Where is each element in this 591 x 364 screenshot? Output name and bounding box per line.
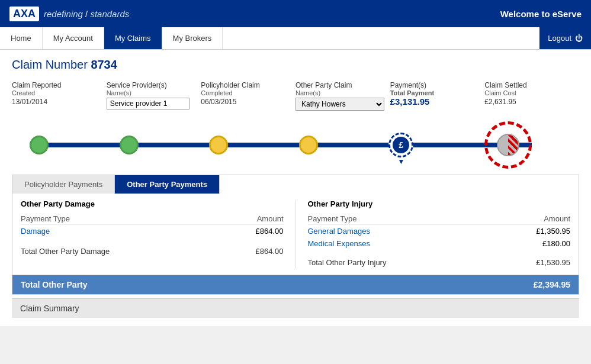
total-other-party-label: Total Other Party [21,280,88,289]
damage-total-amount: £864.00 [221,242,284,257]
timeline-node-4 [299,136,318,154]
claim-title: Claim Number 8734 [12,58,579,72]
payment-arrow: ▼ [397,157,404,166]
welcome-text: Welcome to eServe [500,9,582,19]
other-party-damage: Other Party Damage Payment Type Amount [21,199,296,269]
payment-sub: Total Payment [390,89,485,96]
power-icon: ⏻ [575,34,583,43]
total-bar: Total Other Party £2,394.95 [12,275,579,294]
policyholder-sub: Completed [201,89,296,96]
payments-cols: Other Party Damage Payment Type Amount [21,199,570,269]
page-content: Claim Number 8734 Claim Reported Created… [0,50,591,326]
nav-my-claims[interactable]: My Claims [104,27,162,49]
injury-row-1: General Damages £1,350.95 [308,225,571,238]
policyholder-date: 06/03/2015 [201,98,296,106]
payments-section: Policyholder Payments Other Party Paymen… [12,175,579,295]
injury-total-amount: £1,530.95 [491,253,570,269]
payments-body: Other Party Damage Payment Type Amount [12,194,579,275]
injury-row-2: Medical Expenses £180.00 [308,237,571,250]
axa-logo: AXA [9,7,39,21]
claim-info-row: Claim Reported Created 13/01/2014 Servic… [12,81,579,111]
timeline-node-3 [209,136,228,154]
header-tagline: redefining / standards [44,9,129,19]
injury-col1-header: Payment Type [308,213,491,225]
header: AXA redefining / standards Welcome to eS… [0,0,591,27]
damage-table: Payment Type Amount Damage £864.00 [21,213,284,257]
injury-total-row: Total Other Party Injury £1,530.95 [308,253,571,269]
provider-input[interactable] [107,98,189,109]
damage-col1-header: Payment Type [21,213,221,225]
damage-row-1: Damage £864.00 [21,225,284,238]
claim-reported-label: Claim Reported [12,81,107,89]
settled-sub: Claim Cost [484,89,579,96]
logo-area: AXA redefining / standards [9,7,129,21]
claim-reported-col: Claim Reported Created 13/01/2014 [12,81,107,111]
payment-label: Payment(s) [390,81,485,89]
injury-section-title: Other Party Injury [308,199,571,208]
timeline-node-2 [120,136,139,154]
timeline-node-settled [484,121,532,169]
payment-col: Payment(s) Total Payment £3,131.95 [390,81,485,111]
damage-type-1[interactable]: Damage [21,227,50,236]
injury-type-2[interactable]: Medical Expenses [308,239,371,248]
payments-tabs: Policyholder Payments Other Party Paymen… [12,175,579,194]
service-provider-col: Service Provider(s) Name(s) [107,81,201,111]
settled-col: Claim Settled Claim Cost £2,631.95 [484,81,579,111]
damage-total-label: Total Other Party Damage [21,242,221,257]
damage-col2-header: Amount [221,213,284,225]
damage-amount-1: £864.00 [221,225,284,238]
claim-reported-date: 13/01/2014 [12,98,107,106]
injury-total-label: Total Other Party Injury [308,253,491,269]
tab-other-party-payments[interactable]: Other Party Payments [115,175,220,194]
timeline-node-payment: £ [388,133,413,157]
injury-col2-header: Amount [491,213,570,225]
other-party-label: Other Party Claim [296,81,390,89]
other-party-col: Other Party Claim Name(s) Kathy Howers [296,81,390,111]
nav-my-account[interactable]: My Account [43,27,104,49]
provider-sub: Name(s) [107,89,201,96]
payment-icon: £ [393,137,409,153]
damage-spacer [21,237,284,242]
payment-amount: £3,131.95 [390,96,485,107]
damage-total-row: Total Other Party Damage £864.00 [21,242,284,257]
tab-policyholder-payments[interactable]: Policyholder Payments [12,175,115,194]
logout-button[interactable]: Logout ⏻ [539,27,591,49]
claim-number: 8734 [91,58,117,71]
other-party-sub: Name(s) [296,89,390,96]
injury-amount-1: £1,350.95 [491,225,570,238]
timeline-node-1 [30,136,49,154]
total-other-party-amount: £2,394.95 [534,280,570,289]
damage-section-title: Other Party Damage [21,199,284,208]
nav-bar: Home My Account My Claims My Brokers Log… [0,27,591,50]
provider-label: Service Provider(s) [107,81,201,89]
nav-home[interactable]: Home [0,27,43,49]
timeline: £ ▼ [12,121,579,169]
claim-reported-sub: Created [12,89,107,96]
injury-amount-2: £180.00 [491,237,570,250]
settled-inner [497,134,519,156]
nav-my-brokers[interactable]: My Brokers [162,27,223,49]
timeline-nodes: £ ▼ [30,121,532,169]
injury-type-1[interactable]: General Damages [308,227,371,236]
settled-label: Claim Settled [484,81,579,89]
other-party-injury: Other Party Injury Payment Type Amount [296,199,571,269]
policyholder-label: Policyholder Claim [201,81,296,89]
other-party-select[interactable]: Kathy Howers [296,98,384,111]
settled-amount: £2,631.95 [484,98,579,106]
policyholder-col: Policyholder Claim Completed 06/03/2015 [201,81,296,111]
claim-summary: Claim Summary [12,298,579,318]
injury-table: Payment Type Amount General Damages £1,3… [308,213,571,269]
